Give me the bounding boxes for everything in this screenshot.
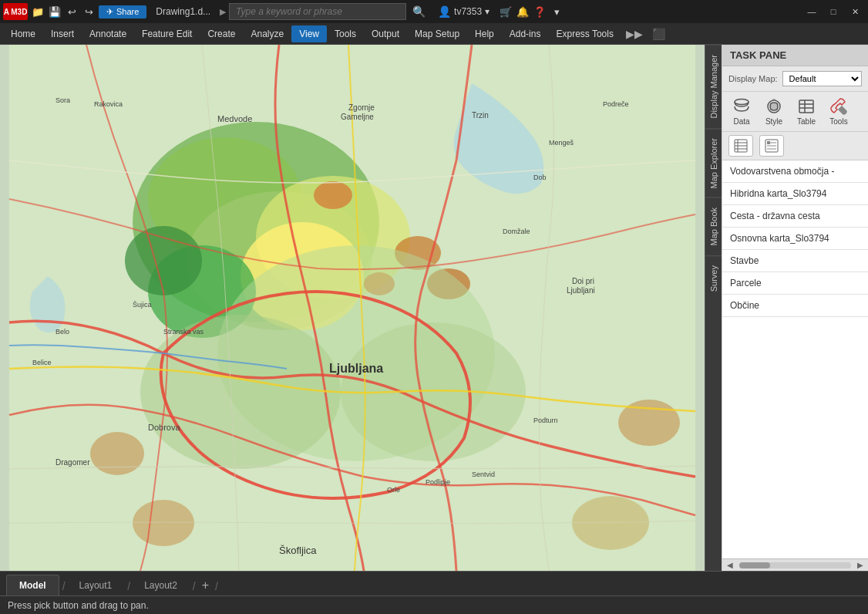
help-dropdown-icon[interactable]: ▾	[550, 5, 564, 19]
svg-point-12	[90, 432, 144, 475]
svg-text:Domžale: Domžale	[503, 228, 530, 235]
data-button[interactable]: Data	[728, 95, 755, 128]
svg-text:Trzin: Trzin	[472, 111, 489, 120]
svg-point-17	[140, 315, 341, 469]
pane-horizontal-scrollbar[interactable]: ◀ ▶	[722, 558, 868, 571]
layer-item[interactable]: Osnovna karta_Slo3794	[722, 228, 868, 250]
menu-add-ins[interactable]: Add-ins	[502, 25, 549, 42]
redo-icon[interactable]: ↪	[82, 5, 96, 19]
tab-layout1[interactable]: Layout1	[67, 575, 125, 595]
menu-express-tools[interactable]: Express Tools	[548, 25, 621, 42]
svg-text:Doi pri: Doi pri	[572, 277, 594, 285]
svg-text:Škofljica: Škofljica	[279, 545, 317, 556]
layer-item[interactable]: Parcele	[722, 272, 868, 295]
app-logo: A M3D	[3, 3, 28, 20]
menu-annotate[interactable]: Annotate	[82, 25, 134, 42]
display-map-label: Display Map:	[728, 74, 778, 83]
layers-view-button[interactable]	[728, 135, 753, 157]
open-folder-icon[interactable]: 📁	[31, 5, 45, 19]
display-map-select[interactable]: Default Custom	[782, 71, 862, 86]
survey-tab[interactable]: Survey	[705, 255, 722, 301]
menu-overflow-icon[interactable]: ▶▶	[621, 28, 648, 40]
tree-view-button[interactable]	[759, 135, 784, 157]
svg-text:Dragomer: Dragomer	[56, 458, 90, 467]
tab-layout2[interactable]: Layout2	[132, 575, 190, 595]
display-manager-tab[interactable]: Display Manager	[705, 45, 722, 128]
svg-rect-58	[767, 141, 770, 144]
layer-item[interactable]: Občine	[722, 295, 868, 317]
add-tab-button[interactable]: +	[197, 579, 214, 592]
tab-model[interactable]: Model	[6, 575, 59, 595]
menu-create[interactable]: Create	[200, 25, 243, 42]
tools-button[interactable]: Tools	[826, 95, 852, 128]
svg-text:Dobrova: Dobrova	[148, 423, 180, 432]
cart-icon[interactable]: 🛒	[499, 5, 513, 19]
scroll-track[interactable]	[739, 562, 851, 568]
layer-item[interactable]: Cesta - državna cesta	[722, 205, 868, 228]
svg-text:Zgornje: Zgornje	[348, 103, 375, 112]
table-button[interactable]: Table	[793, 95, 819, 128]
menu-insert[interactable]: Insert	[43, 25, 82, 42]
tab-sep-1: /	[61, 580, 67, 592]
status-text: Press pick button and drag to pan.	[8, 600, 149, 611]
save-icon[interactable]: 💾	[48, 5, 62, 19]
layer-item[interactable]: Hibridna karta_Slo3794	[722, 183, 868, 205]
map-explorer-tab[interactable]: Map Explorer	[705, 128, 722, 197]
svg-text:Sentvid: Sentvid	[472, 471, 495, 478]
scroll-right-icon[interactable]: ▶	[854, 561, 866, 569]
svg-text:Sora: Sora	[56, 96, 70, 104]
menu-extra-icon[interactable]: ⬛	[648, 28, 670, 40]
menu-view[interactable]: View	[291, 25, 327, 42]
user-area: 👤 tv7353 ▾	[432, 5, 496, 18]
search-icon[interactable]: 🔍	[409, 5, 429, 18]
svg-text:Dob: Dob	[533, 174, 547, 181]
svg-text:Podreče: Podreče	[603, 100, 629, 108]
scroll-left-icon[interactable]: ◀	[724, 561, 736, 569]
menu-feature-edit[interactable]: Feature Edit	[134, 25, 200, 42]
display-map-row: Display Map: Default Custom	[722, 66, 868, 92]
svg-point-7	[125, 226, 202, 295]
pane-icon-toolbar2	[722, 132, 868, 160]
svg-text:Rakovica: Rakovica	[94, 100, 123, 108]
tab-sep-3: /	[191, 580, 197, 592]
style-button[interactable]: Style	[761, 95, 787, 128]
svg-text:Orle: Orle	[387, 486, 400, 494]
map-canvas[interactable]: Ljubljana Dobrova Dragomer Škofljica Med…	[0, 45, 705, 571]
menu-bar: Home Insert Annotate Feature Edit Create…	[0, 23, 868, 45]
table-label: Table	[797, 117, 816, 126]
style-label: Style	[765, 117, 782, 126]
dropdown-arrow-icon[interactable]: ▾	[485, 6, 490, 17]
help-icon[interactable]: ❓	[533, 5, 547, 19]
menu-help[interactable]: Help	[467, 25, 502, 42]
share-plane-icon: ✈	[106, 7, 113, 17]
map-book-tab[interactable]: Map Book	[705, 197, 722, 255]
svg-text:Medvode: Medvode	[217, 114, 252, 123]
menu-tools[interactable]: Tools	[327, 25, 364, 42]
maximize-button[interactable]: □	[823, 4, 843, 19]
close-button[interactable]: ✕	[845, 4, 865, 19]
search-input[interactable]	[229, 3, 406, 20]
share-button[interactable]: ✈ Share	[99, 5, 146, 19]
undo-icon[interactable]: ↩	[65, 5, 79, 19]
layer-item[interactable]: Vodovarstvena območja -	[722, 160, 868, 183]
bell-icon[interactable]: 🔔	[516, 5, 530, 19]
pane-icon-toolbar: Data Style Table	[722, 92, 868, 132]
scroll-thumb[interactable]	[739, 562, 770, 568]
menu-output[interactable]: Output	[364, 25, 407, 42]
svg-text:Šujica: Šujica	[133, 301, 152, 309]
menu-home[interactable]: Home	[3, 25, 43, 42]
tab-sep-4: /	[214, 580, 220, 592]
minimize-button[interactable]: —	[802, 4, 822, 19]
layer-item[interactable]: Stavbe	[722, 250, 868, 272]
svg-text:Ljubljana: Ljubljana	[329, 362, 383, 375]
menu-map-setup[interactable]: Map Setup	[407, 25, 467, 42]
svg-text:Gameljne: Gameljne	[341, 113, 374, 121]
user-icon: 👤	[438, 5, 451, 18]
svg-point-15	[133, 500, 194, 546]
status-bar: Press pick button and drag to pan.	[0, 595, 868, 614]
tab-sep-2: /	[126, 580, 132, 592]
main-area: Ljubljana Dobrova Dragomer Škofljica Med…	[0, 45, 868, 571]
data-label: Data	[733, 117, 749, 126]
menu-analyze[interactable]: Analyze	[243, 25, 291, 42]
svg-text:Podturn: Podturn	[533, 417, 558, 424]
